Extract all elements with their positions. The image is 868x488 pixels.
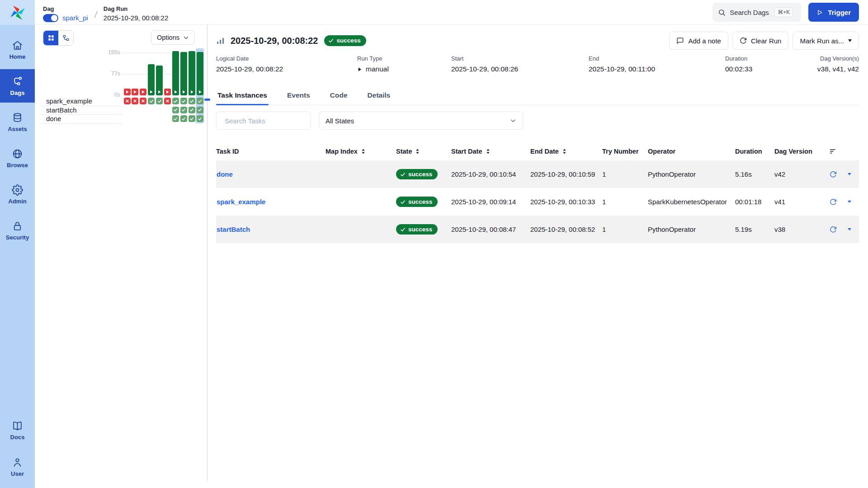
grid-task-label[interactable]: done <box>46 115 61 122</box>
sidebar-item-user[interactable]: User <box>0 450 35 483</box>
sidebar-item-assets[interactable]: Assets <box>0 105 35 139</box>
row-menu-caret[interactable] <box>848 173 851 175</box>
breadcrumb-dag-link[interactable]: spark_pi <box>62 14 88 22</box>
row-menu-caret[interactable] <box>848 201 851 203</box>
grid-task-label[interactable]: spark_example <box>46 97 92 105</box>
trigger-button[interactable]: Trigger <box>808 3 859 22</box>
mark-run-as-button[interactable]: Mark Run as... <box>793 32 859 50</box>
meta-end: End 2025-10-29, 00:11:00 <box>589 55 655 73</box>
sidebar-item-docs[interactable]: Docs <box>0 413 35 447</box>
task-instance-square[interactable] <box>156 98 163 104</box>
check-icon <box>198 117 202 121</box>
table-header: Task ID Map Index State Start Date End D… <box>216 142 859 160</box>
dag-run-bar[interactable] <box>172 51 179 95</box>
task-instance-square[interactable] <box>132 98 138 104</box>
column-header-start-date[interactable]: Start Date <box>451 148 530 155</box>
cell-duration: 5.19s <box>735 225 774 233</box>
sidebar-item-admin[interactable]: Admin <box>0 178 35 211</box>
task-link[interactable]: done <box>216 170 326 178</box>
check-icon <box>400 227 406 232</box>
dag-run-bar[interactable] <box>132 89 138 95</box>
play-outline-icon <box>816 9 823 16</box>
task-instance-square[interactable] <box>189 98 195 104</box>
task-instance-square[interactable] <box>180 115 187 122</box>
sidebar-item-security[interactable]: Security <box>0 214 35 247</box>
task-instance-square[interactable] <box>197 107 203 113</box>
tab-events[interactable]: Events <box>286 91 311 105</box>
row-actions <box>829 170 863 179</box>
dag-run-bar[interactable] <box>189 51 195 95</box>
task-instance-square[interactable] <box>164 98 171 104</box>
task-instance-square[interactable] <box>189 115 195 122</box>
tab-code[interactable]: Code <box>329 91 349 105</box>
dag-search-input[interactable] <box>730 9 770 16</box>
task-instance-square[interactable] <box>197 98 203 104</box>
clear-task-button[interactable] <box>829 197 838 206</box>
table-row[interactable]: spark_example success 2025-10-29, 00:09:… <box>216 188 859 216</box>
column-header-try-number: Try Number <box>602 148 648 155</box>
dag-pause-toggle[interactable] <box>43 14 58 22</box>
task-instance-square[interactable] <box>172 98 179 104</box>
check-icon <box>181 99 186 103</box>
dag-run-bar[interactable] <box>156 66 163 95</box>
dag-run-bar[interactable] <box>140 89 146 95</box>
airflow-pinwheel-icon <box>9 4 26 21</box>
filter-lines-icon[interactable] <box>829 147 837 155</box>
clear-task-button[interactable] <box>829 225 838 234</box>
run-history-grid: 155s77s0sspark_examplestartBatchdone <box>35 25 207 488</box>
task-instance-square[interactable] <box>172 115 179 122</box>
column-header-dag-version: Dag Version <box>774 148 829 155</box>
task-link[interactable]: startBatch <box>216 225 326 233</box>
column-header-state[interactable]: State <box>396 148 451 155</box>
refresh-icon <box>830 226 837 233</box>
task-instance-square[interactable] <box>140 98 146 104</box>
dag-run-bar[interactable] <box>164 89 171 95</box>
task-instance-square[interactable] <box>189 107 195 113</box>
task-link[interactable]: spark_example <box>216 198 326 206</box>
check-icon <box>181 108 186 112</box>
state-filter-select[interactable]: All States <box>319 112 523 130</box>
task-filters: All States <box>216 112 859 130</box>
task-instance-square[interactable] <box>172 107 179 113</box>
task-instance-square[interactable] <box>148 98 155 104</box>
sidebar-item-home[interactable]: Home <box>0 33 35 66</box>
sidebar-item-label: User <box>11 470 24 477</box>
row-menu-caret[interactable] <box>848 228 851 230</box>
cell-state: success <box>396 197 451 207</box>
meta-dag-versions: Dag Version(s) v38, v41, v42 <box>817 55 859 73</box>
dag-run-bar[interactable] <box>124 89 131 95</box>
sidebar-item-browse[interactable]: Browse <box>0 141 35 175</box>
play-triangle-icon <box>149 90 153 94</box>
sidebar-item-dags[interactable]: Dags <box>0 69 35 103</box>
task-instance-square[interactable] <box>124 98 131 104</box>
dag-run-bar[interactable] <box>197 52 203 95</box>
column-header-map-index[interactable]: Map Index <box>326 148 396 155</box>
play-triangle-icon <box>198 90 202 94</box>
column-header-end-date[interactable]: End Date <box>530 148 602 155</box>
clear-task-button[interactable] <box>829 170 838 179</box>
dag-run-bar[interactable] <box>148 64 155 95</box>
task-instance-square[interactable] <box>180 98 187 104</box>
clear-run-button[interactable]: Clear Run <box>732 32 789 50</box>
check-icon <box>198 108 202 112</box>
sidebar-item-label: Admin <box>8 198 26 205</box>
airflow-logo[interactable] <box>0 0 35 25</box>
tab-task-instances[interactable]: Task Instances <box>216 91 269 105</box>
task-search-input[interactable] <box>225 117 315 125</box>
dag-search-field[interactable]: ⌘+K <box>712 3 801 22</box>
grid-task-label[interactable]: startBatch <box>46 106 77 114</box>
task-instance-square[interactable] <box>197 115 203 122</box>
task-instance-square[interactable] <box>180 107 187 113</box>
table-row[interactable]: done success 2025-10-29, 00:10:54 2025-1… <box>216 160 859 188</box>
task-search-field[interactable] <box>216 112 311 130</box>
dag-run-bar[interactable] <box>180 52 187 95</box>
add-note-button[interactable]: Add a note <box>669 32 728 50</box>
sidebar: Home Dags Assets Browse Admin Security <box>0 0 35 488</box>
dag-run-panel: 2025-10-29, 00:08:22 success Add a note … <box>208 25 868 488</box>
cell-dag-version: v41 <box>774 198 829 206</box>
bar-chart-icon <box>216 36 225 45</box>
table-row[interactable]: startBatch success 2025-10-29, 00:08:47 … <box>216 216 859 243</box>
chevron-down-icon <box>510 117 516 124</box>
cell-state: success <box>396 224 451 235</box>
tab-details[interactable]: Details <box>366 91 392 105</box>
